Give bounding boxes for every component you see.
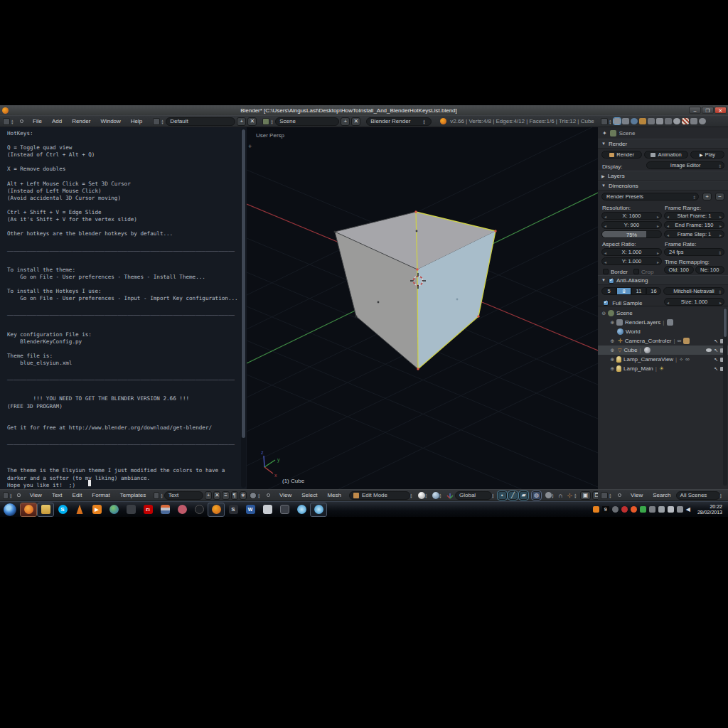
lampcv-select-icon[interactable]: ↖ (714, 357, 718, 363)
dimensions-panel-header[interactable]: ▼ Dimensions (598, 181, 728, 191)
text-menu-text[interactable]: Text (47, 492, 68, 498)
physics-tab-icon[interactable] (699, 118, 706, 124)
text-editor-content[interactable]: HotKeys: Q = Toggle quad view (Instead o… (0, 127, 247, 489)
cube-visibility-icon[interactable] (706, 348, 712, 352)
taskbar-utorrent-2[interactable] (311, 503, 326, 516)
toolshelf-expand-icon[interactable]: + (248, 143, 252, 150)
screen-layout-field[interactable]: Default (166, 117, 235, 126)
outliner-type-icon[interactable] (601, 492, 608, 499)
taskbar-blender[interactable] (208, 503, 224, 516)
render-tab-icon[interactable] (614, 118, 621, 124)
text-unlink-button[interactable]: ✕ (213, 491, 220, 500)
camera-controler-expand-icon[interactable]: ⊕ (609, 338, 616, 344)
proportional-edit-icon[interactable] (545, 492, 552, 498)
resolution-x-field[interactable]: ◂ X: 1600 ▸ (601, 212, 662, 220)
tray-display-icon[interactable] (668, 506, 674, 513)
manipulator-axis-icon[interactable] (446, 492, 454, 499)
aa-samples-11[interactable]: 11 (631, 287, 646, 295)
render-layers-tab-icon[interactable] (622, 118, 629, 124)
snap-magnet-icon[interactable]: ∩ (556, 492, 564, 499)
vp-menu-select[interactable]: Select (296, 492, 322, 498)
start-frame-field[interactable]: ◂ Start Frame: 1 ▸ (664, 212, 724, 220)
layout-delete-button[interactable]: ✕ (247, 117, 257, 126)
text-editor[interactable]: HotKeys: Q = Toggle quad view (Instead o… (0, 127, 247, 489)
aa-samples-16[interactable]: 16 (646, 287, 661, 295)
properties-type-icon[interactable] (601, 118, 608, 125)
restore-button[interactable]: ❐ (702, 107, 714, 114)
outliner-display-select[interactable]: All Scenes (676, 491, 720, 500)
vp-menu-view[interactable]: View (274, 492, 296, 498)
vp-menu-mesh[interactable]: Mesh (322, 492, 346, 498)
lamp-cameraview-expand-icon[interactable]: ⊕ (609, 357, 616, 363)
render-button[interactable]: Render (601, 151, 642, 159)
orientation-select[interactable]: Global (455, 491, 492, 500)
text-add-button[interactable]: + (205, 491, 212, 500)
antialiasing-panel-header[interactable]: ▼ Anti-Aliasing (598, 275, 728, 285)
tray-wheel-icon[interactable] (612, 506, 619, 513)
text-datablock-icon[interactable] (154, 492, 159, 499)
cube-select-icon[interactable]: ↖ (714, 348, 718, 353)
object-tab-icon[interactable] (639, 118, 646, 124)
texteditor-type-icon[interactable] (3, 492, 9, 499)
outliner-row-lamp-main[interactable]: ⊕ Lamp_Main | ☀ ↖ (598, 364, 728, 373)
edge-select-button[interactable]: ╱ (508, 491, 518, 500)
outliner-scrollbar[interactable] (723, 308, 727, 486)
render-presets-select[interactable]: Render Presets ⇕ (601, 193, 699, 200)
outliner-row-scene[interactable]: ⊖ Scene (598, 309, 728, 318)
taskbar-firefox[interactable] (21, 503, 36, 516)
aa-filter-select[interactable]: Mitchell-Netravali ⇕ (663, 287, 724, 295)
aspect-y-field[interactable]: ◂ Y: 1.000 ▸ (601, 257, 662, 265)
word-wrap-toggle[interactable]: ¶ (231, 491, 238, 500)
particles-tab-icon[interactable] (690, 118, 697, 124)
data-tab-icon[interactable] (665, 118, 672, 124)
constraints-tab-icon[interactable] (648, 118, 655, 124)
mode-select[interactable]: Edit Mode (349, 491, 410, 500)
outliner-row-renderlayers[interactable]: ⊕ RenderLayers | (598, 318, 728, 327)
face-select-button[interactable]: ▰ (519, 491, 528, 500)
texteditor-collapse-icon[interactable] (17, 493, 20, 497)
tray-clock[interactable]: 20:22 28/02/2013 (697, 504, 722, 515)
frame-step-field[interactable]: ◂ Frame Step: 1 ▸ (664, 230, 724, 238)
tray-red-icon[interactable] (621, 506, 628, 513)
display-select[interactable]: Image Editor ⇕ (646, 161, 724, 169)
aa-enabled-checkbox[interactable] (609, 278, 614, 284)
viewport-shading-icon[interactable] (418, 492, 425, 499)
animation-button[interactable]: Animation (644, 151, 688, 159)
scene-delete-button[interactable]: ✕ (351, 117, 360, 126)
tray-chat-icon[interactable] (649, 506, 655, 513)
text-editor-scrollbar-thumb[interactable] (242, 129, 245, 438)
menu-help[interactable]: Help (126, 118, 147, 124)
aspect-x-field[interactable]: ◂ X: 1.000 ▸ (601, 248, 662, 256)
window-titlebar[interactable]: Blender* [C:\Users\AingusLast\Desktop\Ho… (0, 105, 728, 115)
remap-new-field[interactable]: Ne: 100 (695, 266, 725, 274)
taskbar-photo-viewer[interactable] (157, 503, 173, 516)
taskbar-remote-desktop[interactable] (277, 503, 292, 516)
text-menu-format[interactable]: Format (87, 492, 114, 498)
cube-expand-icon[interactable]: ⊕ (609, 348, 616, 353)
tray-network-icon[interactable] (677, 506, 683, 513)
aa-samples-5[interactable]: 5 (601, 287, 616, 295)
limit-selection-button[interactable]: ◍ (532, 491, 541, 500)
tray-volume-icon[interactable]: ◀ (686, 506, 690, 513)
text-menu-view[interactable]: View (25, 492, 47, 498)
outliner-row-world[interactable]: World (598, 327, 728, 336)
render-opengl-button[interactable]: ▣ (580, 491, 591, 500)
preset-add-button[interactable]: + (702, 193, 712, 200)
taskbar-opera[interactable] (191, 503, 207, 516)
scene-add-button[interactable]: + (341, 117, 350, 126)
outliner-row-camera-controler[interactable]: ⊕ ✛ Camera_Controler | ∞ ↖ (598, 336, 728, 346)
outliner-menu-view[interactable]: View (626, 492, 648, 498)
scene-icon[interactable] (262, 118, 269, 125)
taskbar-google-earth[interactable] (106, 503, 122, 516)
tray-orange-icon[interactable] (593, 506, 599, 513)
editor-type-icon[interactable] (3, 118, 10, 125)
outliner-collapse-icon[interactable] (618, 493, 621, 497)
tray-count-badge[interactable]: 9 (602, 506, 609, 513)
modifiers-tab-icon[interactable] (656, 118, 663, 124)
outliner-menu-search[interactable]: Search (648, 492, 675, 498)
taskbar-photoscape[interactable]: S (225, 503, 241, 516)
aa-samples-8[interactable]: 8 (616, 287, 631, 295)
taskbar-notepad[interactable] (259, 503, 275, 516)
remap-old-field[interactable]: Old: 100 (664, 266, 694, 274)
taskbar-skype[interactable]: S (55, 503, 70, 516)
